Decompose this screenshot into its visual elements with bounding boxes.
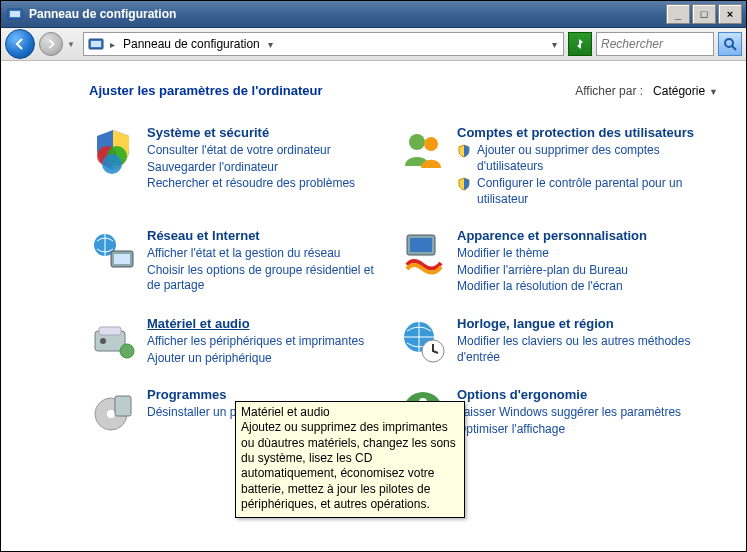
user-accounts-icon xyxy=(399,126,447,174)
svg-point-19 xyxy=(100,338,106,344)
svg-rect-3 xyxy=(91,41,101,47)
category-title-link[interactable]: Matériel et audio xyxy=(147,317,389,332)
category-title-link[interactable]: Comptes et protection des utilisateurs xyxy=(457,126,699,141)
close-button[interactable]: × xyxy=(718,4,742,24)
hardware-sound-icon xyxy=(89,317,137,365)
svg-point-10 xyxy=(424,137,438,151)
control-panel-icon xyxy=(7,6,23,22)
category-clock-language: Horloge, langue et région Modifier les c… xyxy=(399,317,699,366)
category-sub-link[interactable]: Laisser Windows suggérer les paramètres xyxy=(457,405,699,421)
category-appearance: Apparence et personnalisation Modifier l… xyxy=(399,229,699,295)
tooltip-body: Ajoutez ou supprimez des imprimantes ou … xyxy=(241,420,456,511)
breadcrumb-dropdown[interactable]: ▾ xyxy=(266,39,275,50)
clock-language-icon xyxy=(399,317,447,365)
category-sub-link[interactable]: Optimiser l'affichage xyxy=(457,422,699,438)
category-sub-link[interactable]: Modifier le thème xyxy=(457,246,699,262)
minimize-button[interactable]: _ xyxy=(666,4,690,24)
category-sub-link[interactable]: Configurer le contrôle parental pour un … xyxy=(477,176,699,207)
refresh-button[interactable] xyxy=(568,32,592,56)
category-title-link[interactable]: Système et sécurité xyxy=(147,126,389,141)
category-sub-link[interactable]: Afficher l'état et la gestion du réseau xyxy=(147,246,389,262)
breadcrumb[interactable]: Panneau de configuration xyxy=(121,37,262,51)
title-bar: Panneau de configuration _ □ × xyxy=(1,1,746,28)
category-title-link[interactable]: Horloge, langue et région xyxy=(457,317,699,332)
programs-icon xyxy=(89,388,137,436)
category-sub-link[interactable]: Modifier les claviers ou les autres méth… xyxy=(457,334,699,365)
forward-button[interactable] xyxy=(39,32,63,56)
svg-rect-24 xyxy=(115,396,131,416)
tooltip-title: Matériel et audio xyxy=(241,405,459,420)
category-system-security: Système et sécurité Consulter l'état de … xyxy=(89,126,389,207)
category-sub-link[interactable]: Modifier la résolution de l'écran xyxy=(457,279,699,295)
tooltip: Matériel et audio Ajoutez ou supprimez d… xyxy=(235,401,465,518)
search-button[interactable] xyxy=(718,32,742,56)
control-panel-icon xyxy=(88,36,104,52)
svg-rect-17 xyxy=(99,327,121,335)
search-input[interactable] xyxy=(599,36,711,52)
category-sub-link[interactable]: Choisir les options de groupe résidentie… xyxy=(147,263,389,294)
category-sub-link[interactable]: Sauvegarder l'ordinateur xyxy=(147,160,389,176)
address-bar[interactable]: ▸ Panneau de configuration ▾ ▾ xyxy=(83,32,564,56)
uac-shield-icon xyxy=(457,144,471,158)
category-hardware-sound: Matériel et audio Afficher les périphéri… xyxy=(89,317,389,366)
category-network: Réseau et Internet Afficher l'état et la… xyxy=(89,229,389,295)
svg-point-8 xyxy=(102,154,122,174)
navigation-bar: ▼ ▸ Panneau de configuration ▾ ▾ xyxy=(1,28,746,61)
category-sub-link[interactable]: Ajouter un périphérique xyxy=(147,351,389,367)
category-title-link[interactable]: Options d'ergonomie xyxy=(457,388,699,403)
page-title: Ajuster les paramètres de l'ordinateur xyxy=(89,83,575,98)
chevron-down-icon: ▼ xyxy=(709,87,718,97)
category-sub-link[interactable]: Modifier l'arrière-plan du Bureau xyxy=(457,263,699,279)
network-internet-icon xyxy=(89,229,137,277)
category-title-link[interactable]: Réseau et Internet xyxy=(147,229,389,244)
uac-shield-icon xyxy=(457,177,471,191)
category-sub-link[interactable]: Ajouter ou supprimer des comptes d'utili… xyxy=(477,143,699,174)
category-user-accounts: Comptes et protection des utilisateurs A… xyxy=(399,126,699,207)
window-title: Panneau de configuration xyxy=(29,7,664,21)
breadcrumb-separator[interactable]: ▸ xyxy=(108,39,117,50)
svg-point-18 xyxy=(120,344,134,358)
category-sub-link[interactable]: Afficher les périphériques et imprimante… xyxy=(147,334,389,350)
content-area: Ajuster les paramètres de l'ordinateur A… xyxy=(1,61,746,552)
system-security-icon xyxy=(89,126,137,174)
svg-point-9 xyxy=(409,134,425,150)
maximize-button[interactable]: □ xyxy=(692,4,716,24)
view-by-value[interactable]: Catégorie▼ xyxy=(653,84,718,98)
svg-point-23 xyxy=(107,410,115,418)
address-history-dropdown[interactable]: ▾ xyxy=(550,39,559,50)
category-sub-link[interactable]: Consulter l'état de votre ordinateur xyxy=(147,143,389,159)
view-by-label: Afficher par : xyxy=(575,84,643,98)
svg-line-5 xyxy=(732,46,736,50)
svg-rect-13 xyxy=(114,254,130,264)
nav-history-dropdown[interactable]: ▼ xyxy=(67,40,79,49)
svg-point-4 xyxy=(725,39,733,47)
search-box[interactable] xyxy=(596,32,714,56)
svg-rect-1 xyxy=(10,11,20,17)
category-sub-link[interactable]: Rechercher et résoudre des problèmes xyxy=(147,176,389,192)
back-button[interactable] xyxy=(5,29,35,59)
svg-rect-15 xyxy=(410,238,432,252)
category-title-link[interactable]: Apparence et personnalisation xyxy=(457,229,699,244)
appearance-icon xyxy=(399,229,447,277)
